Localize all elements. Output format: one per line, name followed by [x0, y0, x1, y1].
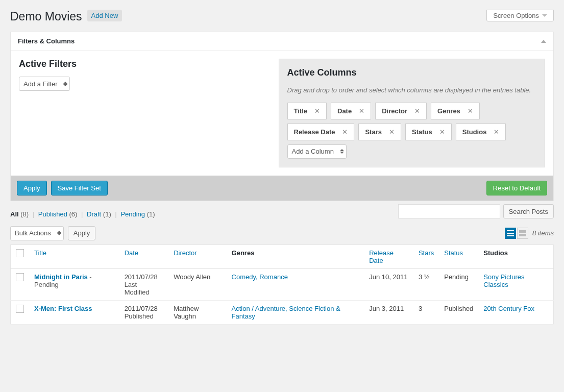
row-director: Woody Allen: [174, 273, 210, 281]
count-draft: (1): [103, 210, 111, 218]
add-column-label: Add a Column: [292, 148, 334, 155]
list-view-button[interactable]: [505, 228, 516, 239]
close-icon[interactable]: ✕: [468, 107, 473, 115]
chevron-down-icon: [542, 14, 547, 17]
row-studio-link[interactable]: Sony Pictures Classics: [483, 273, 524, 288]
panel-header[interactable]: Filters & Columns: [11, 32, 553, 51]
select-stepper-icon: [57, 231, 61, 235]
select-stepper-icon: [340, 149, 344, 154]
row-title-link[interactable]: Midnight in Paris: [34, 273, 88, 281]
close-icon[interactable]: ✕: [359, 107, 364, 115]
add-new-button[interactable]: Add New: [87, 10, 122, 21]
column-chip[interactable]: Studios✕: [456, 124, 506, 140]
column-chip-label: Status: [412, 128, 432, 136]
column-chip[interactable]: Genres✕: [431, 103, 480, 119]
row-date: 2011/07/28: [125, 305, 158, 312]
column-chip-label: Release Date: [294, 128, 335, 136]
row-stars: 3: [419, 305, 422, 312]
row-checkbox[interactable]: [16, 273, 24, 281]
row-release-date: Jun 3, 2011: [369, 305, 404, 312]
row-date-sub: Last Modified: [125, 281, 150, 296]
svg-rect-0: [507, 230, 514, 231]
close-icon[interactable]: ✕: [414, 107, 420, 115]
add-column-select[interactable]: Add a Column: [287, 144, 347, 159]
add-filter-label: Add a Filter: [23, 80, 57, 88]
column-chip[interactable]: Date✕: [331, 103, 371, 119]
column-header-genres: Genres: [227, 244, 364, 268]
table-row: Midnight in Paris - Pending2011/07/28Las…: [11, 268, 554, 300]
count-all: (8): [20, 210, 29, 218]
row-director: Matthew Vaughn: [174, 305, 199, 320]
row-date: 2011/07/28: [125, 273, 158, 281]
close-icon[interactable]: ✕: [342, 128, 348, 136]
column-chip-label: Genres: [437, 107, 460, 115]
row-status: Pending: [444, 273, 469, 281]
screen-options-button[interactable]: Screen Options: [486, 10, 554, 21]
status-filter-links: All (8) | Published (6) | Draft (1) | Pe…: [10, 210, 155, 218]
excerpt-view-button[interactable]: [517, 228, 528, 239]
column-chip[interactable]: Director✕: [375, 103, 427, 119]
close-icon[interactable]: ✕: [439, 128, 445, 136]
column-header-stars[interactable]: Stars: [413, 244, 439, 268]
close-icon[interactable]: ✕: [389, 128, 395, 136]
column-chip[interactable]: Title✕: [287, 103, 327, 119]
column-chip-label: Studios: [462, 128, 487, 136]
row-studio-link[interactable]: 20th Century Fox: [483, 305, 534, 312]
svg-rect-4: [519, 234, 526, 236]
column-header-date[interactable]: Date: [119, 244, 169, 268]
column-header-title[interactable]: Title: [29, 244, 119, 268]
column-header-studios: Studios: [478, 244, 553, 268]
column-header-release-date[interactable]: Release Date: [364, 244, 413, 268]
column-header-director[interactable]: Director: [168, 244, 226, 268]
excerpt-view-icon: [519, 230, 526, 237]
active-columns-heading: Active Columns: [287, 67, 537, 78]
status-link-draft[interactable]: Draft: [87, 210, 101, 218]
column-chip[interactable]: Status✕: [405, 124, 452, 140]
row-date-sub: Published: [125, 312, 154, 320]
row-release-date: Jun 10, 2011: [369, 273, 407, 281]
active-columns-section: Active Columns Drag and drop to order an…: [279, 59, 546, 167]
row-stars: 3 ½: [419, 273, 430, 281]
row-checkbox[interactable]: [16, 305, 24, 313]
search-input[interactable]: [398, 204, 500, 218]
page-title: Demo Movies: [10, 5, 82, 26]
filters-columns-panel: Filters & Columns Active Filters Add a F…: [10, 32, 554, 201]
column-chip[interactable]: Release Date✕: [287, 124, 355, 140]
status-link-published[interactable]: Published: [38, 210, 67, 218]
select-all-checkbox[interactable]: [16, 249, 24, 257]
item-count: 8 items: [532, 229, 554, 237]
row-genres[interactable]: Action / Adventure, Science Fiction & Fa…: [232, 305, 340, 320]
close-icon[interactable]: ✕: [314, 107, 320, 115]
list-view-icon: [507, 230, 514, 237]
reset-to-default-button[interactable]: Reset to Default: [486, 181, 547, 195]
status-link-pending[interactable]: Pending: [120, 210, 145, 218]
row-genres[interactable]: Comedy, Romance: [232, 273, 288, 281]
svg-rect-2: [507, 235, 514, 236]
columns-hint: Drag and drop to order and select which …: [287, 85, 537, 95]
close-icon[interactable]: ✕: [494, 128, 499, 136]
column-chip-label: Director: [382, 107, 407, 115]
row-status: Published: [444, 305, 473, 312]
apply-filters-button[interactable]: Apply: [17, 181, 47, 195]
bulk-apply-button[interactable]: Apply: [68, 226, 96, 240]
column-chip-label: Stars: [365, 128, 382, 136]
add-filter-select[interactable]: Add a Filter: [19, 77, 70, 91]
count-published: (6): [69, 210, 78, 218]
count-pending: (1): [147, 210, 155, 218]
posts-table: Title Date Director Genres Release Date …: [10, 244, 554, 325]
column-chip-label: Date: [337, 107, 352, 115]
column-chip[interactable]: Stars✕: [358, 124, 401, 140]
bulk-actions-select[interactable]: Bulk Actions: [10, 226, 64, 240]
select-stepper-icon: [63, 82, 67, 86]
active-filters-section: Active Filters Add a Filter: [19, 59, 268, 167]
row-title-link[interactable]: X-Men: First Class: [34, 305, 92, 312]
svg-rect-1: [507, 233, 514, 234]
save-filter-set-button[interactable]: Save Filter Set: [51, 181, 108, 195]
screen-options-label: Screen Options: [493, 12, 539, 19]
chevron-up-icon: [541, 40, 546, 43]
svg-rect-3: [519, 230, 526, 233]
search-posts-button[interactable]: Search Posts: [503, 204, 554, 218]
status-link-all[interactable]: All: [10, 210, 19, 218]
column-chip-label: Title: [294, 107, 308, 115]
column-header-status[interactable]: Status: [439, 244, 478, 268]
